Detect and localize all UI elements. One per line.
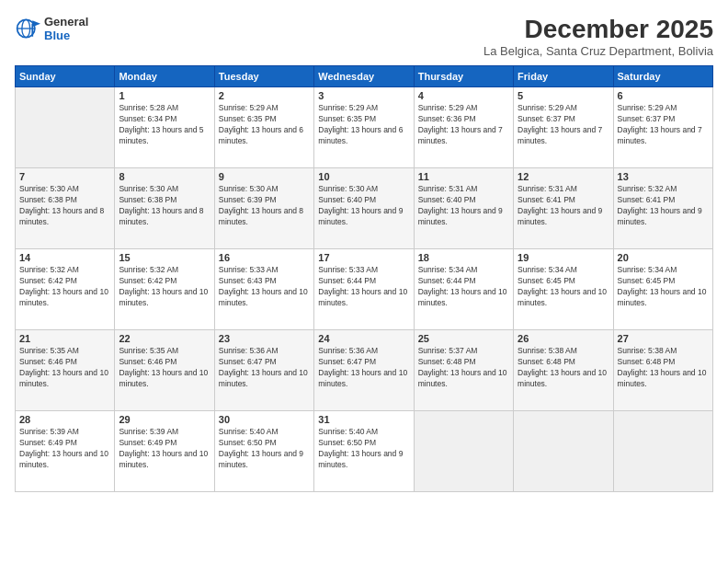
day-cell: 17Sunrise: 5:33 AM Sunset: 6:44 PM Dayli…	[314, 249, 414, 330]
day-cell: 9Sunrise: 5:30 AM Sunset: 6:39 PM Daylig…	[214, 168, 313, 249]
week-row-2: 7Sunrise: 5:30 AM Sunset: 6:38 PM Daylig…	[16, 168, 713, 249]
day-number: 9	[219, 171, 310, 182]
day-number: 13	[618, 171, 709, 182]
day-cell: 1Sunrise: 5:28 AM Sunset: 6:34 PM Daylig…	[115, 87, 214, 168]
title-block: December 2025 La Belgica, Santa Cruz Dep…	[483, 15, 713, 58]
day-cell: 11Sunrise: 5:31 AM Sunset: 6:40 PM Dayli…	[414, 168, 513, 249]
day-info: Sunrise: 5:29 AM Sunset: 6:36 PM Dayligh…	[418, 103, 509, 147]
week-row-4: 21Sunrise: 5:35 AM Sunset: 6:46 PM Dayli…	[16, 330, 713, 411]
day-info: Sunrise: 5:38 AM Sunset: 6:48 PM Dayligh…	[518, 346, 609, 390]
day-cell: 20Sunrise: 5:34 AM Sunset: 6:45 PM Dayli…	[613, 249, 712, 330]
day-info: Sunrise: 5:28 AM Sunset: 6:34 PM Dayligh…	[119, 103, 210, 147]
day-cell: 5Sunrise: 5:29 AM Sunset: 6:37 PM Daylig…	[514, 87, 613, 168]
day-number: 14	[19, 252, 110, 263]
day-cell: 8Sunrise: 5:30 AM Sunset: 6:38 PM Daylig…	[115, 168, 214, 249]
day-info: Sunrise: 5:36 AM Sunset: 6:47 PM Dayligh…	[219, 346, 310, 390]
day-info: Sunrise: 5:29 AM Sunset: 6:35 PM Dayligh…	[318, 103, 409, 147]
logo-icon	[15, 16, 40, 41]
logo: General Blue	[15, 15, 88, 42]
day-number: 22	[119, 333, 210, 344]
day-info: Sunrise: 5:32 AM Sunset: 6:42 PM Dayligh…	[19, 265, 110, 309]
day-info: Sunrise: 5:40 AM Sunset: 6:50 PM Dayligh…	[318, 427, 409, 471]
day-header-thursday: Thursday	[414, 66, 513, 87]
day-number: 10	[318, 171, 409, 182]
day-header-monday: Monday	[115, 66, 214, 87]
calendar-table: SundayMondayTuesdayWednesdayThursdayFrid…	[15, 65, 713, 492]
day-info: Sunrise: 5:30 AM Sunset: 6:39 PM Dayligh…	[219, 184, 310, 228]
day-number: 26	[518, 333, 609, 344]
day-info: Sunrise: 5:30 AM Sunset: 6:40 PM Dayligh…	[318, 184, 409, 228]
day-cell: 31Sunrise: 5:40 AM Sunset: 6:50 PM Dayli…	[314, 411, 414, 492]
day-header-saturday: Saturday	[613, 66, 712, 87]
day-number: 11	[418, 171, 509, 182]
day-cell: 7Sunrise: 5:30 AM Sunset: 6:38 PM Daylig…	[16, 168, 115, 249]
day-cell: 15Sunrise: 5:32 AM Sunset: 6:42 PM Dayli…	[115, 249, 214, 330]
day-cell: 3Sunrise: 5:29 AM Sunset: 6:35 PM Daylig…	[314, 87, 414, 168]
day-info: Sunrise: 5:33 AM Sunset: 6:43 PM Dayligh…	[219, 265, 310, 309]
day-number: 23	[219, 333, 310, 344]
day-cell: 30Sunrise: 5:40 AM Sunset: 6:50 PM Dayli…	[214, 411, 313, 492]
day-info: Sunrise: 5:40 AM Sunset: 6:50 PM Dayligh…	[219, 427, 310, 471]
day-number: 21	[19, 333, 110, 344]
day-cell: 4Sunrise: 5:29 AM Sunset: 6:36 PM Daylig…	[414, 87, 513, 168]
day-info: Sunrise: 5:34 AM Sunset: 6:44 PM Dayligh…	[418, 265, 509, 309]
day-info: Sunrise: 5:29 AM Sunset: 6:37 PM Dayligh…	[518, 103, 609, 147]
day-number: 25	[418, 333, 509, 344]
day-info: Sunrise: 5:30 AM Sunset: 6:38 PM Dayligh…	[19, 184, 110, 228]
day-info: Sunrise: 5:37 AM Sunset: 6:48 PM Dayligh…	[418, 346, 509, 390]
day-number: 28	[19, 414, 110, 425]
day-cell: 18Sunrise: 5:34 AM Sunset: 6:44 PM Dayli…	[414, 249, 513, 330]
day-info: Sunrise: 5:31 AM Sunset: 6:40 PM Dayligh…	[418, 184, 509, 228]
day-cell: 16Sunrise: 5:33 AM Sunset: 6:43 PM Dayli…	[214, 249, 313, 330]
day-number: 3	[318, 90, 409, 101]
day-header-friday: Friday	[514, 66, 613, 87]
day-info: Sunrise: 5:31 AM Sunset: 6:41 PM Dayligh…	[518, 184, 609, 228]
day-info: Sunrise: 5:29 AM Sunset: 6:37 PM Dayligh…	[618, 103, 709, 147]
day-cell: 23Sunrise: 5:36 AM Sunset: 6:47 PM Dayli…	[214, 330, 313, 411]
week-row-3: 14Sunrise: 5:32 AM Sunset: 6:42 PM Dayli…	[16, 249, 713, 330]
day-number: 12	[518, 171, 609, 182]
day-number: 16	[219, 252, 310, 263]
week-row-1: 1Sunrise: 5:28 AM Sunset: 6:34 PM Daylig…	[16, 87, 713, 168]
day-info: Sunrise: 5:32 AM Sunset: 6:42 PM Dayligh…	[119, 265, 210, 309]
day-number: 17	[318, 252, 409, 263]
day-info: Sunrise: 5:32 AM Sunset: 6:41 PM Dayligh…	[618, 184, 709, 228]
day-header-tuesday: Tuesday	[214, 66, 313, 87]
day-cell: 10Sunrise: 5:30 AM Sunset: 6:40 PM Dayli…	[314, 168, 414, 249]
page: General Blue December 2025 La Belgica, S…	[0, 0, 728, 563]
location: La Belgica, Santa Cruz Department, Boliv…	[483, 44, 713, 58]
day-info: Sunrise: 5:39 AM Sunset: 6:49 PM Dayligh…	[119, 427, 210, 471]
day-number: 8	[119, 171, 210, 182]
day-number: 27	[618, 333, 709, 344]
header-row: SundayMondayTuesdayWednesdayThursdayFrid…	[16, 66, 713, 87]
day-header-wednesday: Wednesday	[314, 66, 414, 87]
day-number: 24	[318, 333, 409, 344]
day-number: 2	[219, 90, 310, 101]
day-cell: 27Sunrise: 5:38 AM Sunset: 6:48 PM Dayli…	[613, 330, 712, 411]
day-number: 29	[119, 414, 210, 425]
day-cell	[514, 411, 613, 492]
week-row-5: 28Sunrise: 5:39 AM Sunset: 6:49 PM Dayli…	[16, 411, 713, 492]
day-cell	[16, 87, 115, 168]
day-cell	[613, 411, 712, 492]
day-number: 20	[618, 252, 709, 263]
day-number: 15	[119, 252, 210, 263]
header: General Blue December 2025 La Belgica, S…	[15, 15, 713, 58]
day-info: Sunrise: 5:34 AM Sunset: 6:45 PM Dayligh…	[518, 265, 609, 309]
month-title: December 2025	[483, 15, 713, 44]
day-info: Sunrise: 5:35 AM Sunset: 6:46 PM Dayligh…	[119, 346, 210, 390]
day-cell: 28Sunrise: 5:39 AM Sunset: 6:49 PM Dayli…	[16, 411, 115, 492]
day-info: Sunrise: 5:33 AM Sunset: 6:44 PM Dayligh…	[318, 265, 409, 309]
day-header-sunday: Sunday	[16, 66, 115, 87]
day-cell	[414, 411, 513, 492]
day-cell: 22Sunrise: 5:35 AM Sunset: 6:46 PM Dayli…	[115, 330, 214, 411]
day-info: Sunrise: 5:34 AM Sunset: 6:45 PM Dayligh…	[618, 265, 709, 309]
day-number: 19	[518, 252, 609, 263]
day-cell: 12Sunrise: 5:31 AM Sunset: 6:41 PM Dayli…	[514, 168, 613, 249]
day-cell: 25Sunrise: 5:37 AM Sunset: 6:48 PM Dayli…	[414, 330, 513, 411]
day-number: 5	[518, 90, 609, 101]
day-number: 4	[418, 90, 509, 101]
day-cell: 26Sunrise: 5:38 AM Sunset: 6:48 PM Dayli…	[514, 330, 613, 411]
day-cell: 2Sunrise: 5:29 AM Sunset: 6:35 PM Daylig…	[214, 87, 313, 168]
day-number: 30	[219, 414, 310, 425]
